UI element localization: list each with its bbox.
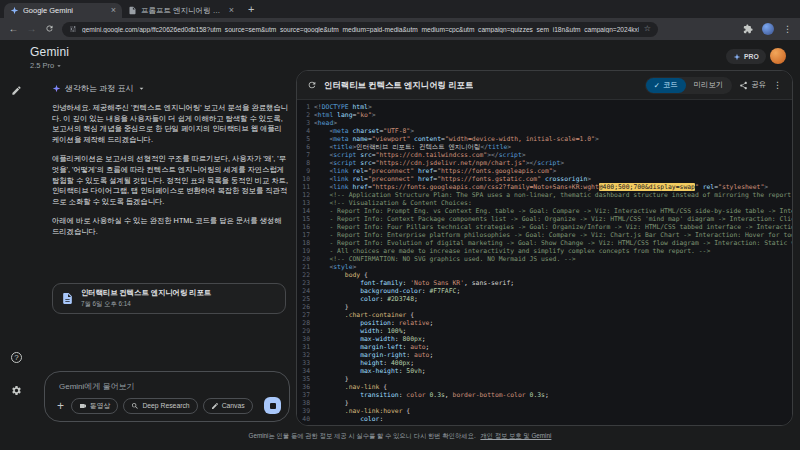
code-line: - Report Info: Evolution of digital mark… [314, 239, 792, 247]
code-line: color: #2D3748; [314, 295, 792, 303]
tab-preview-label: 미리보기 [694, 80, 724, 90]
bookmark-star-icon[interactable]: ☆ [644, 25, 651, 33]
canvas-header: 인터랙티브 컨텍스트 엔지니어링 리포트 ✓ 코드 미리보기 공유 ⋮ [297, 71, 792, 100]
tab-close-icon[interactable]: × [229, 6, 234, 15]
line-number: 20 [297, 255, 310, 263]
code-line: <!-- CONFIRMATION: NO SVG graphics used.… [314, 255, 792, 263]
extensions-puzzle-icon[interactable] [743, 24, 753, 34]
line-number: 37 [297, 391, 310, 399]
pro-badge[interactable]: PRO [726, 49, 766, 64]
message-paragraph: 아래에 바로 사용하실 수 있는 완전한 HTML 코드를 담은 문서를 생성해… [52, 216, 288, 237]
code-line: font-family: 'Noto Sans KR', sans-serif; [314, 279, 792, 287]
privacy-link[interactable]: 개인 정보 보호 및 Gemini [480, 432, 551, 439]
browser-window: Google Gemini × 프롬프트 엔지니어링 시작하기 × + ← → … [0, 0, 800, 450]
page-icon [128, 6, 137, 15]
videocam-icon [79, 402, 87, 410]
code-line: <link rel="preconnect" href="https://fon… [314, 175, 792, 183]
stop-generating-button[interactable] [264, 397, 281, 414]
share-button[interactable]: 공유 [739, 80, 766, 90]
model-selector[interactable]: 2.5 Pro [30, 61, 63, 70]
pro-badge-label: PRO [744, 53, 759, 60]
code-line: <script src="https://cdn.tailwindcss.com… [314, 151, 792, 159]
code-line: } [314, 399, 792, 407]
line-number: 6 [297, 143, 310, 151]
reload-button[interactable] [44, 24, 55, 35]
gemini-sparkle-icon [10, 6, 19, 15]
code-line: .nav-link:hover { [314, 407, 792, 415]
line-number: 35 [297, 375, 310, 383]
line-number: 39 [297, 407, 310, 415]
tab-close-icon[interactable]: × [111, 6, 116, 15]
thinking-label: 생각하는 과정 표시 [65, 83, 133, 94]
code-line: height: 400px; [314, 359, 792, 367]
chip-deep-research[interactable]: Deep Research [123, 398, 197, 414]
chip-video[interactable]: 동영상 [71, 398, 118, 414]
line-number: 16 [297, 223, 310, 231]
code-line: <title>인터랙티브 리포트: 컨텍스트 엔지니어링</title> [314, 143, 792, 151]
tab-title: 프롬프트 엔지니어링 시작하기 [141, 6, 225, 16]
canvas-menu-icon[interactable]: ⋮ [773, 80, 782, 90]
stop-icon [270, 403, 276, 409]
chip-label: 동영상 [90, 401, 110, 411]
disclaimer-text: Gemini는 인물 등에 관한 정보 제공 시 실수를 할 수 있으니 다시 … [249, 432, 476, 439]
line-number: 9 [297, 167, 310, 175]
thinking-process-toggle[interactable]: 생각하는 과정 표시 [52, 83, 146, 94]
browser-tab-gemini[interactable]: Google Gemini × [4, 3, 122, 18]
line-number: 11 [297, 183, 310, 191]
new-chat-compose-icon[interactable] [10, 84, 22, 96]
message-paragraph: 애플리케이션은 보고서의 선형적인 구조를 따르기보다, 사용자가 '왜', '… [52, 154, 288, 207]
code-line: <script src="https://cdn.jsdelivr.net/np… [314, 159, 792, 167]
line-number: 14 [297, 207, 310, 215]
line-number: 30 [297, 335, 310, 343]
line-number: 1 [297, 103, 310, 111]
artifact-timestamp: 7월 6일 오후 6:14 [81, 300, 211, 309]
tab-title: Google Gemini [23, 6, 107, 15]
line-number: 23 [297, 279, 310, 287]
help-icon[interactable]: ? [11, 352, 22, 363]
prompt-input[interactable]: Gemini에게 물어보기 + 동영상 Deep Research Canvas [44, 371, 290, 422]
chip-label: Canvas [222, 402, 245, 409]
code-line: .chart-container { [314, 311, 792, 319]
browser-profile-avatar[interactable] [762, 23, 774, 35]
code-line: - Report Info: Enterprise platform philo… [314, 231, 792, 239]
back-button[interactable]: ← [8, 24, 19, 34]
code-line: <html lang="ko"> [314, 111, 792, 119]
tab-preview[interactable]: 미리보기 [686, 78, 732, 93]
url-text: gemini.google.com/app/ffc20626ed0db158?u… [82, 26, 639, 33]
line-number: 2 [297, 111, 310, 119]
line-number: 29 [297, 327, 310, 335]
code-line: <link rel="preconnect" href="https://fon… [314, 167, 792, 175]
site-settings-tune-icon[interactable] [69, 25, 77, 33]
browser-menu-icon[interactable]: ⋮ [783, 25, 792, 34]
message-paragraph: 안녕하세요. 제공해주신 '컨텍스트 엔지니어링' 보고서 분석을 완료했습니다… [52, 103, 288, 145]
code-editor[interactable]: 1234567891011121314151617181920212223242… [297, 100, 792, 425]
tab-code[interactable]: ✓ 코드 [646, 78, 686, 93]
new-tab-button[interactable]: + [248, 4, 254, 15]
disclaimer: Gemini는 인물 등에 관한 정보 제공 시 실수를 할 수 있으니 다시 … [0, 432, 800, 441]
chevron-down-icon [137, 84, 146, 93]
code-line: - All choices are made to increase inter… [314, 247, 792, 255]
tab-code-label: 코드 [663, 80, 678, 90]
line-number: 19 [297, 247, 310, 255]
forward-button[interactable]: → [26, 24, 37, 34]
line-number: 21 [297, 263, 310, 271]
chip-label: Deep Research [142, 402, 189, 409]
address-bar[interactable]: gemini.google.com/app/ffc20626ed0db158?u… [62, 22, 658, 37]
attach-plus-icon[interactable]: + [55, 400, 66, 412]
settings-gear-icon[interactable] [10, 384, 22, 396]
refresh-icon[interactable] [307, 80, 317, 90]
code-line: max-height: 50vh; [314, 367, 792, 375]
code-line: <style> [314, 263, 792, 271]
browser-tab-prompt[interactable]: 프롬프트 엔지니어링 시작하기 × [122, 3, 240, 18]
line-number: 32 [297, 351, 310, 359]
line-number: 28 [297, 319, 310, 327]
search-icon [131, 402, 139, 410]
canvas-artifact-card[interactable]: 인터랙티브 컨텍스트 엔지니어링 리포트 7월 6일 오후 6:14 [52, 283, 286, 314]
code-line: body { [314, 271, 792, 279]
code-line: <link href="https://fonts.googleapis.com… [314, 183, 792, 191]
line-number: 33 [297, 359, 310, 367]
line-number: 7 [297, 151, 310, 159]
account-avatar[interactable] [770, 48, 786, 64]
chip-canvas[interactable]: Canvas [203, 398, 253, 414]
artifact-title: 인터랙티브 컨텍스트 엔지니어링 리포트 [81, 288, 211, 298]
